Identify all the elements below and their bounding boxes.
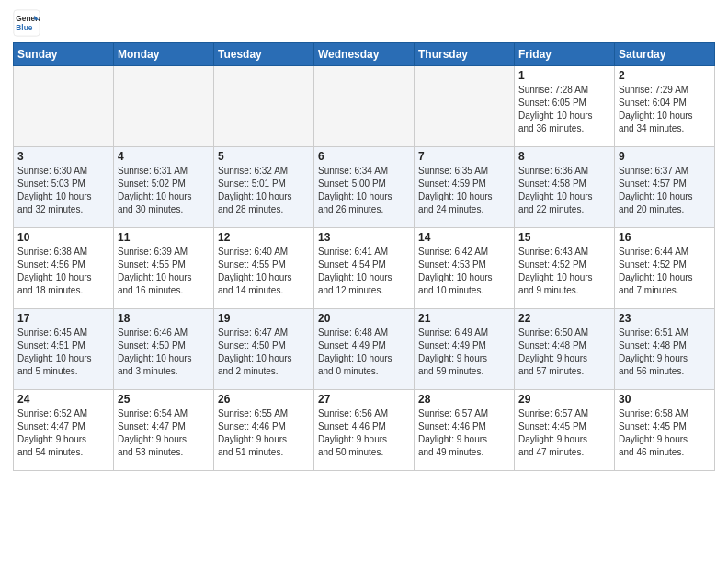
day-info: Sunrise: 6:49 AM Sunset: 4:49 PM Dayligh… [418,327,510,378]
calendar-cell: 15Sunrise: 6:43 AM Sunset: 4:52 PM Dayli… [515,228,615,309]
col-header-wednesday: Wednesday [314,43,415,66]
day-info: Sunrise: 6:40 AM Sunset: 4:55 PM Dayligh… [218,246,310,297]
day-info: Sunrise: 6:43 AM Sunset: 4:52 PM Dayligh… [518,246,610,297]
week-row-5: 24Sunrise: 6:52 AM Sunset: 4:47 PM Dayli… [14,390,715,471]
day-number: 7 [418,150,510,163]
calendar-cell [114,66,214,147]
day-number: 14 [418,231,510,244]
day-info: Sunrise: 6:48 AM Sunset: 4:49 PM Dayligh… [318,327,410,378]
day-info: Sunrise: 6:30 AM Sunset: 5:03 PM Dayligh… [17,165,109,216]
calendar-cell: 23Sunrise: 6:51 AM Sunset: 4:48 PM Dayli… [615,309,715,390]
col-header-friday: Friday [515,43,615,66]
calendar-cell: 9Sunrise: 6:37 AM Sunset: 4:57 PM Daylig… [615,147,715,228]
day-info: Sunrise: 6:37 AM Sunset: 4:57 PM Dayligh… [619,165,711,216]
day-info: Sunrise: 6:36 AM Sunset: 4:58 PM Dayligh… [518,165,610,216]
header-row: SundayMondayTuesdayWednesdayThursdayFrid… [14,43,715,66]
calendar-cell: 22Sunrise: 6:50 AM Sunset: 4:48 PM Dayli… [515,309,615,390]
calendar-cell: 4Sunrise: 6:31 AM Sunset: 5:02 PM Daylig… [114,147,214,228]
day-info: Sunrise: 6:39 AM Sunset: 4:55 PM Dayligh… [118,246,210,297]
week-row-3: 10Sunrise: 6:38 AM Sunset: 4:56 PM Dayli… [14,228,715,309]
day-number: 12 [218,231,310,244]
calendar-cell [214,66,314,147]
calendar-cell: 6Sunrise: 6:34 AM Sunset: 5:00 PM Daylig… [314,147,415,228]
calendar-cell: 26Sunrise: 6:55 AM Sunset: 4:46 PM Dayli… [214,390,314,471]
week-row-2: 3Sunrise: 6:30 AM Sunset: 5:03 PM Daylig… [14,147,715,228]
day-number: 20 [318,312,410,325]
calendar-cell: 8Sunrise: 6:36 AM Sunset: 4:58 PM Daylig… [515,147,615,228]
week-row-4: 17Sunrise: 6:45 AM Sunset: 4:51 PM Dayli… [14,309,715,390]
day-info: Sunrise: 6:41 AM Sunset: 4:54 PM Dayligh… [318,246,410,297]
calendar-cell [314,66,415,147]
day-info: Sunrise: 6:51 AM Sunset: 4:48 PM Dayligh… [619,327,711,378]
day-info: Sunrise: 6:34 AM Sunset: 5:00 PM Dayligh… [318,165,410,216]
day-number: 29 [518,393,610,406]
day-info: Sunrise: 6:57 AM Sunset: 4:45 PM Dayligh… [518,408,610,459]
day-number: 3 [17,150,109,163]
day-number: 21 [418,312,510,325]
day-number: 1 [518,69,610,82]
calendar-cell: 27Sunrise: 6:56 AM Sunset: 4:46 PM Dayli… [314,390,415,471]
day-info: Sunrise: 6:58 AM Sunset: 4:45 PM Dayligh… [619,408,711,459]
day-number: 6 [318,150,410,163]
calendar-cell: 1Sunrise: 7:28 AM Sunset: 6:05 PM Daylig… [515,66,615,147]
calendar-cell [14,66,114,147]
calendar-cell: 11Sunrise: 6:39 AM Sunset: 4:55 PM Dayli… [114,228,214,309]
day-number: 30 [619,393,711,406]
calendar-cell: 3Sunrise: 6:30 AM Sunset: 5:03 PM Daylig… [14,147,114,228]
day-number: 18 [118,312,210,325]
day-info: Sunrise: 7:28 AM Sunset: 6:05 PM Dayligh… [518,84,610,135]
col-header-tuesday: Tuesday [214,43,314,66]
calendar-cell: 20Sunrise: 6:48 AM Sunset: 4:49 PM Dayli… [314,309,415,390]
day-number: 8 [518,150,610,163]
day-number: 17 [17,312,109,325]
day-info: Sunrise: 6:38 AM Sunset: 4:56 PM Dayligh… [17,246,109,297]
day-number: 2 [619,69,711,82]
day-info: Sunrise: 6:45 AM Sunset: 4:51 PM Dayligh… [17,327,109,378]
calendar-cell: 17Sunrise: 6:45 AM Sunset: 4:51 PM Dayli… [14,309,114,390]
calendar-table: SundayMondayTuesdayWednesdayThursdayFrid… [13,42,715,471]
day-number: 15 [518,231,610,244]
day-info: Sunrise: 6:44 AM Sunset: 4:52 PM Dayligh… [619,246,711,297]
calendar-cell: 21Sunrise: 6:49 AM Sunset: 4:49 PM Dayli… [415,309,515,390]
col-header-monday: Monday [114,43,214,66]
day-number: 4 [118,150,210,163]
calendar-cell: 19Sunrise: 6:47 AM Sunset: 4:50 PM Dayli… [214,309,314,390]
day-info: Sunrise: 6:35 AM Sunset: 4:59 PM Dayligh… [418,165,510,216]
day-info: Sunrise: 6:50 AM Sunset: 4:48 PM Dayligh… [518,327,610,378]
calendar-cell: 2Sunrise: 7:29 AM Sunset: 6:04 PM Daylig… [615,66,715,147]
header: General Blue [13,9,715,37]
day-number: 19 [218,312,310,325]
calendar-cell: 13Sunrise: 6:41 AM Sunset: 4:54 PM Dayli… [314,228,415,309]
calendar-cell: 29Sunrise: 6:57 AM Sunset: 4:45 PM Dayli… [515,390,615,471]
calendar-cell: 7Sunrise: 6:35 AM Sunset: 4:59 PM Daylig… [415,147,515,228]
calendar-cell [415,66,515,147]
day-number: 25 [118,393,210,406]
calendar-cell: 25Sunrise: 6:54 AM Sunset: 4:47 PM Dayli… [114,390,214,471]
day-number: 10 [17,231,109,244]
logo-icon: General Blue [13,9,40,37]
calendar-cell: 5Sunrise: 6:32 AM Sunset: 5:01 PM Daylig… [214,147,314,228]
calendar-cell: 14Sunrise: 6:42 AM Sunset: 4:53 PM Dayli… [415,228,515,309]
day-number: 24 [17,393,109,406]
day-info: Sunrise: 6:42 AM Sunset: 4:53 PM Dayligh… [418,246,510,297]
day-info: Sunrise: 6:56 AM Sunset: 4:46 PM Dayligh… [318,408,410,459]
calendar-cell: 16Sunrise: 6:44 AM Sunset: 4:52 PM Dayli… [615,228,715,309]
calendar-cell: 30Sunrise: 6:58 AM Sunset: 4:45 PM Dayli… [615,390,715,471]
day-number: 11 [118,231,210,244]
day-info: Sunrise: 6:55 AM Sunset: 4:46 PM Dayligh… [218,408,310,459]
day-info: Sunrise: 6:57 AM Sunset: 4:46 PM Dayligh… [418,408,510,459]
day-number: 13 [318,231,410,244]
day-number: 27 [318,393,410,406]
page: General Blue SundayMondayTuesdayWednesda… [0,0,728,484]
day-info: Sunrise: 6:46 AM Sunset: 4:50 PM Dayligh… [118,327,210,378]
day-number: 16 [619,231,711,244]
day-info: Sunrise: 6:52 AM Sunset: 4:47 PM Dayligh… [17,408,109,459]
col-header-saturday: Saturday [615,43,715,66]
day-number: 22 [518,312,610,325]
calendar-cell: 24Sunrise: 6:52 AM Sunset: 4:47 PM Dayli… [14,390,114,471]
day-info: Sunrise: 6:32 AM Sunset: 5:01 PM Dayligh… [218,165,310,216]
day-info: Sunrise: 7:29 AM Sunset: 6:04 PM Dayligh… [619,84,711,135]
day-info: Sunrise: 6:31 AM Sunset: 5:02 PM Dayligh… [118,165,210,216]
calendar-cell: 10Sunrise: 6:38 AM Sunset: 4:56 PM Dayli… [14,228,114,309]
col-header-sunday: Sunday [14,43,114,66]
